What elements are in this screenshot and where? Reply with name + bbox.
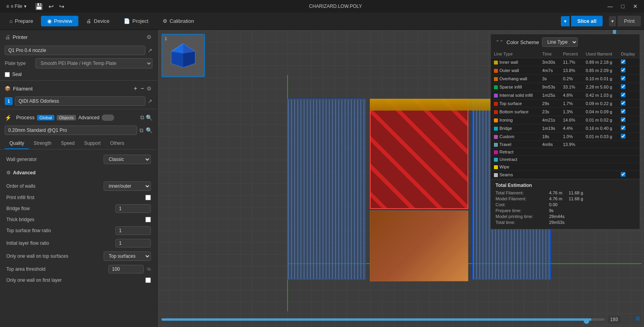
filament-name-input[interactable] (15, 96, 145, 106)
tab-others[interactable]: Others (105, 138, 129, 149)
thumbnail-item[interactable]: 1 (161, 34, 205, 77)
profile-search-button[interactable]: 🔍 (146, 127, 152, 133)
order-of-walls-select[interactable]: inner/outer (104, 181, 151, 191)
row-time-4: 1m25s (539, 91, 560, 100)
maximize-button[interactable]: □ (617, 2, 628, 11)
top-area-threshold-input[interactable] (108, 265, 144, 273)
filament-link-button[interactable]: ↗ (148, 98, 152, 104)
printer-link-button[interactable]: ↗ (148, 47, 152, 54)
tag-global[interactable]: Global (37, 115, 54, 120)
filament-number: 1 (5, 97, 13, 105)
filament-minus-button[interactable]: − (139, 85, 146, 92)
only-one-wall-first-checkbox[interactable] (145, 277, 151, 283)
color-scheme-row: Overhang wall 3s 0.2% 0.10 m 0.01 g (491, 75, 640, 83)
top-surface-flow-input[interactable] (115, 226, 151, 235)
print-dropdown-button[interactable]: ▾ (609, 16, 616, 26)
display-checkbox-9[interactable] (621, 134, 625, 139)
filament-section-title: Filament (13, 86, 132, 92)
display-checkbox-8[interactable] (621, 126, 625, 130)
display-checkbox-0[interactable] (621, 59, 625, 64)
advanced-toggle[interactable] (102, 115, 114, 121)
preview-label: Preview (54, 18, 72, 24)
top-area-threshold-unit: % (147, 267, 151, 272)
top-surface-flow-row: Top surface flow ratio (0, 224, 157, 237)
row-percent-5: 1.7% (560, 100, 583, 108)
plate-type-select[interactable]: Smooth PEI Plate / High Temp Plate (35, 58, 152, 68)
nav-device[interactable]: 🖨 Device (80, 16, 116, 26)
prepare-time-row: Prepare time: 9s (496, 208, 635, 213)
tab-support[interactable]: Support (79, 138, 105, 149)
nav-project[interactable]: 📄 Project (117, 16, 154, 26)
color-swatch-7 (494, 118, 498, 122)
row-percent-2: 0.2% (560, 75, 583, 83)
only-one-wall-top-select[interactable]: Top surfaces (104, 251, 151, 261)
print-infill-first-checkbox[interactable] (145, 195, 151, 200)
top-area-threshold-row: Top area threshold % (0, 263, 157, 275)
save-button[interactable]: 💾 (33, 2, 45, 11)
nav-calibration[interactable]: ⚙ Calibration (156, 16, 200, 26)
display-checkbox-6[interactable] (621, 109, 625, 114)
undo-button[interactable]: ↩ (46, 2, 56, 11)
color-swatch-11 (494, 150, 498, 154)
only-one-wall-first-row: Only one wall on first layer (0, 275, 157, 285)
display-checkbox-5[interactable] (621, 101, 625, 105)
collapse-icon[interactable]: ⌃⌃ (496, 39, 503, 45)
display-checkbox-14[interactable] (621, 172, 625, 177)
profile-copy-button[interactable]: ⧉ (139, 127, 143, 134)
top-area-threshold-label: Top area threshold (6, 266, 105, 272)
cost-row: Cost: 0.00 (496, 202, 635, 207)
row-time-2: 3s (539, 75, 560, 83)
row-time-10: 4m9s (539, 141, 560, 148)
printer-settings-button[interactable]: ⚙ (146, 33, 152, 41)
bridge-flow-input[interactable] (115, 204, 151, 213)
display-checkbox-1[interactable] (621, 68, 625, 72)
layers-icon[interactable]: ≡ (635, 314, 640, 323)
filament-add-button[interactable]: + (132, 85, 139, 92)
tab-quality[interactable]: Quality (5, 138, 29, 149)
svg-marker-3 (183, 52, 195, 67)
display-checkbox-3[interactable] (621, 84, 625, 89)
only-one-wall-top-row: Only one wall on top surfaces Top surfac… (0, 249, 157, 263)
process-search-button[interactable]: 🔍 (146, 114, 152, 121)
color-scheme-row: Outer wall 4m7s 13.8% 0.85 m 2.09 g (491, 67, 640, 75)
col-type: Line Type (491, 50, 539, 58)
nav-prepare[interactable]: ⌂ Prepare (3, 16, 39, 26)
print-button[interactable]: Print (618, 16, 641, 26)
row-time-13 (539, 163, 560, 171)
initial-layer-flow-input[interactable] (115, 239, 151, 248)
process-copy-button[interactable]: ⧉ (140, 114, 144, 121)
close-button[interactable]: ✕ (630, 2, 641, 11)
profile-name-input[interactable] (5, 126, 137, 135)
display-checkbox-2[interactable] (621, 76, 625, 81)
filament-settings-button[interactable]: ⚙ (146, 85, 152, 92)
row-type-0: Inner wall (491, 58, 539, 67)
row-percent-0: 11.7% (560, 58, 583, 67)
tag-objects[interactable]: Objects (57, 115, 76, 120)
model-filament-row: Model Filament: 4.76 m 11.68 g (496, 196, 635, 201)
display-checkbox-7[interactable] (621, 117, 625, 122)
row-used-2: 0.10 m 0.01 g (583, 75, 618, 83)
minimize-button[interactable]: — (605, 2, 616, 11)
seal-checkbox[interactable] (5, 72, 10, 77)
frame-slider[interactable] (161, 318, 605, 321)
display-checkbox-4[interactable] (621, 92, 625, 97)
total-filament-weight: 11.68 g (569, 190, 583, 195)
color-scheme-dropdown[interactable]: Line Type (542, 37, 578, 47)
row-type-1: Outer wall (491, 67, 539, 75)
model-filament-label: Model Filament: (496, 196, 543, 201)
redo-button[interactable]: ↪ (57, 2, 67, 11)
tab-speed[interactable]: Speed (56, 138, 80, 149)
file-menu[interactable]: ≡ ≡ File ▾ (3, 3, 30, 10)
thick-bridges-checkbox[interactable] (145, 217, 151, 222)
wall-generator-select[interactable]: Classic (104, 155, 151, 164)
row-percent-10: 13.9% (560, 141, 583, 148)
model-filament-weight: 11.68 g (569, 196, 583, 201)
printer-name-input[interactable] (5, 46, 145, 55)
nav-preview[interactable]: ◉ Preview (41, 16, 78, 26)
total-estimation: Total Estimation Total Filament: 4.76 m … (491, 179, 640, 229)
slice-all-button[interactable]: Slice all (571, 16, 603, 26)
tab-strength[interactable]: Strength (29, 138, 56, 149)
color-swatch-9 (494, 135, 498, 139)
row-used-8: 0.16 m 0.40 g (583, 124, 618, 133)
slice-dropdown-button[interactable]: ▾ (561, 16, 570, 26)
